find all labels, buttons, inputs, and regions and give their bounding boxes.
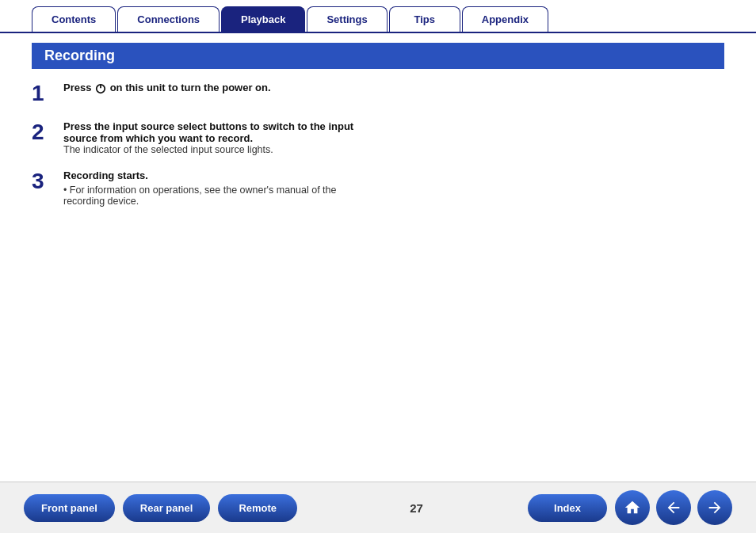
page-number: 27	[305, 501, 528, 515]
tab-playback[interactable]: Playback	[221, 6, 305, 32]
forward-icon	[706, 499, 724, 516]
tab-contents[interactable]: Contents	[32, 6, 116, 32]
step2-bold: Press the input source select buttons to…	[63, 120, 372, 144]
rear-panel-button[interactable]: Rear panel	[123, 494, 210, 522]
home-icon	[624, 499, 641, 516]
remote-button[interactable]: Remote	[218, 494, 297, 522]
step3-bullet: • For information on operations, see the…	[63, 185, 372, 207]
bottom-navigation: Front panel Rear panel Remote 27 Index	[0, 482, 756, 533]
tab-settings[interactable]: Settings	[307, 6, 387, 32]
front-panel-button[interactable]: Front panel	[24, 494, 115, 522]
step-3: 3 Recording starts. • For information on…	[32, 169, 724, 207]
step1-text: Press on this unit to turn the power on.	[63, 82, 271, 93]
step-2: 2 Press the input source select buttons …	[32, 120, 724, 155]
step2-sub: The indicator of the selected input sour…	[63, 144, 372, 155]
step-content-3: Recording starts. • For information on o…	[63, 169, 372, 207]
step-number-1: 1	[32, 82, 63, 106]
nav-icon-buttons	[615, 490, 732, 525]
step-number-2: 2	[32, 120, 63, 145]
tab-connections[interactable]: Connections	[117, 6, 220, 32]
step3-bold: Recording starts.	[63, 169, 372, 181]
index-button[interactable]: Index	[528, 494, 607, 522]
back-icon	[665, 499, 682, 516]
tab-appendix[interactable]: Appendix	[462, 6, 548, 32]
back-button[interactable]	[656, 490, 691, 525]
main-content: 1 Press on this unit to turn the power o…	[0, 82, 756, 207]
section-title: Recording	[32, 43, 724, 69]
forward-button[interactable]	[697, 490, 732, 525]
step-content-1: Press on this unit to turn the power on.	[63, 82, 271, 94]
top-navigation: Contents Connections Playback Settings T…	[0, 0, 756, 33]
step-content-2: Press the input source select buttons to…	[63, 120, 372, 155]
step-1: 1 Press on this unit to turn the power o…	[32, 82, 724, 106]
home-button[interactable]	[615, 490, 650, 525]
tab-tips[interactable]: Tips	[389, 6, 460, 32]
step-number-3: 3	[32, 169, 63, 194]
